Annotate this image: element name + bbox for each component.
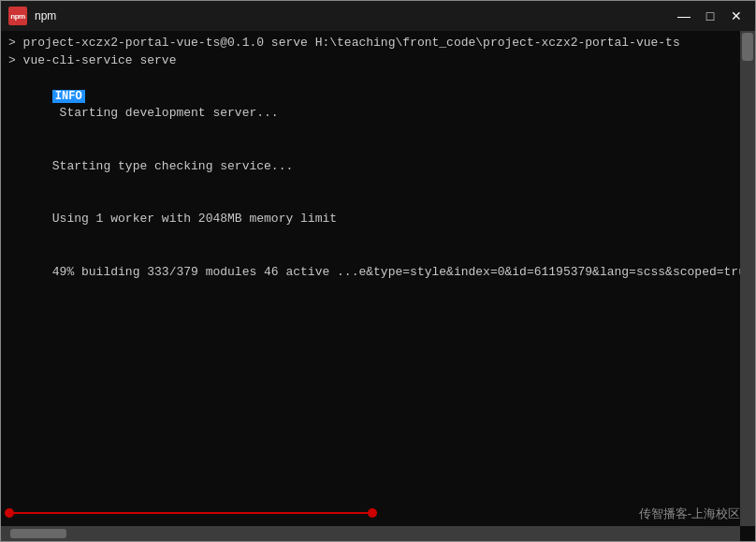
horizontal-scrollbar[interactable] [1,526,740,541]
terminal-line-2: > vue-cli-service serve [8,52,748,70]
minimize-button[interactable]: — [673,7,695,25]
terminal-line-4: Starting type checking service... [8,140,748,194]
scroll-dot-right [368,508,377,518]
terminal-line-3: INFO Starting development server... [8,70,748,140]
terminal-text-1: project-xczx2-portal-vue-ts@0.1.0 serve … [23,35,680,52]
terminal-line-6: 49% building 333/379 modules 46 active .… [8,246,748,300]
watermark: 传智播客-上海校区 [639,505,740,522]
terminal-body[interactable]: > project-xczx2-portal-vue-ts@0.1.0 serv… [1,31,755,541]
terminal-text-3: Starting development server... [52,106,279,120]
title-bar: npm npm — □ ✕ [1,1,755,31]
scroll-indicator-container [8,511,736,515]
title-bar-controls: — □ ✕ [673,7,748,25]
terminal-text-6: 49% building 333/379 modules 46 active .… [52,265,748,279]
terminal-line-1: > project-xczx2-portal-vue-ts@0.1.0 serv… [8,35,748,52]
vertical-scrollbar-thumb[interactable] [742,33,753,61]
terminal-window: npm npm — □ ✕ > project-xczx2-portal-vue… [0,0,756,542]
close-button[interactable]: ✕ [725,7,748,25]
info-badge: INFO [52,90,85,103]
vertical-scrollbar[interactable] [740,31,755,526]
prompt-arrow-2: > [8,52,23,70]
horizontal-scrollbar-thumb[interactable] [10,529,66,538]
terminal-line-5: Using 1 worker with 2048MB memory limit [8,194,748,247]
maximize-button[interactable]: □ [699,7,721,25]
npm-icon-text: npm [10,12,24,21]
prompt-arrow-1: > [8,35,23,52]
terminal-text-2: vue-cli-service serve [23,52,177,70]
title-bar-left: npm npm [8,7,56,25]
scroll-dot-left [5,508,14,518]
npm-icon: npm [8,7,27,25]
title-text: npm [35,9,56,22]
terminal-text-5: Using 1 worker with 2048MB memory limit [52,212,337,226]
scroll-indicator [8,512,373,514]
terminal-text-4: Starting type checking service... [52,159,293,173]
